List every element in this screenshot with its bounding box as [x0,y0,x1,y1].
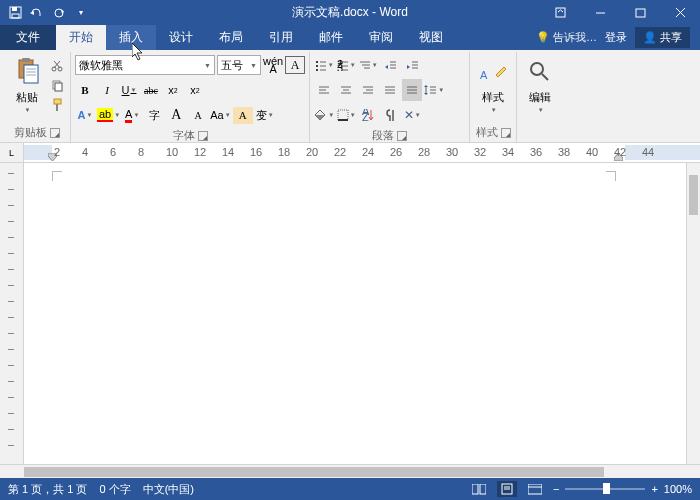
page-indicator[interactable]: 第 1 页，共 1 页 [8,482,87,497]
styles-dialog-launcher[interactable] [501,128,511,138]
sort-button[interactable]: AZ [358,104,378,126]
styles-icon: A [478,56,508,88]
phonetic-guide-button[interactable]: wénA [263,54,283,76]
document-area [0,163,700,464]
tab-references[interactable]: 引用 [256,25,306,50]
group-editing: 编辑 ▼ [517,52,563,142]
read-mode-button[interactable] [469,481,489,497]
share-button[interactable]: 👤共享 [635,27,690,48]
save-button[interactable] [5,3,25,23]
enclose-char-button[interactable]: 字 [144,104,164,126]
zoom-in-button[interactable]: + [651,483,657,495]
find-button[interactable]: 编辑 ▼ [521,54,559,115]
char-border-button[interactable]: A [285,56,305,74]
show-marks-button[interactable] [380,104,400,126]
ribbon-tabs: 文件 开始 插入 设计 布局 引用 邮件 审阅 视图 💡告诉我… 登录 👤共享 [0,25,700,50]
zoom-slider[interactable] [565,488,645,490]
zoom-level[interactable]: 100% [664,483,692,495]
align-center-button[interactable] [336,79,356,101]
qat-customize[interactable]: ▾ [71,3,91,23]
clear-format-button[interactable]: A [233,107,253,124]
font-dialog-launcher[interactable] [198,131,208,141]
horizontal-ruler[interactable]: 2468101214161820222426283032343638404244 [24,143,700,162]
borders-button[interactable]: ▼ [336,104,356,126]
align-right-button[interactable] [358,79,378,101]
asian-layout-button[interactable]: ✕▼ [402,104,422,126]
increase-indent-button[interactable] [402,54,422,76]
strikethrough-button[interactable]: abc [141,79,161,101]
vertical-ruler[interactable] [0,163,24,464]
redo-button[interactable] [49,3,69,23]
decrease-indent-button[interactable] [380,54,400,76]
web-layout-button[interactable] [525,481,545,497]
shrink-font-button[interactable]: A [188,104,208,126]
login-link[interactable]: 登录 [605,30,627,45]
bulb-icon: 💡 [536,31,550,44]
shading-button[interactable]: ▼ [314,104,334,126]
window-controls [540,0,700,25]
chevron-down-icon: ▼ [538,107,544,113]
quick-access-toolbar: ▾ [0,3,91,23]
underline-button[interactable]: U▼ [119,79,139,101]
group-font: 微软雅黑▼ 五号▼ wénA A B I U▼ abc x2 x2 A▼ ab▼… [71,52,310,142]
scroll-thumb[interactable] [24,467,604,477]
page[interactable] [24,163,686,464]
font-size-combo[interactable]: 五号▼ [217,55,261,75]
grow-font-button[interactable]: A [166,104,186,126]
tab-file[interactable]: 文件 [0,25,56,50]
italic-button[interactable]: I [97,79,117,101]
horizontal-scrollbar[interactable] [0,464,700,478]
vertical-scrollbar[interactable] [686,163,700,464]
superscript-button[interactable]: x2 [185,79,205,101]
title-bar: ▾ 演示文稿.docx - Word [0,0,700,25]
cut-button[interactable] [48,56,66,74]
search-icon [525,56,555,88]
highlight-button[interactable]: ab▼ [97,104,120,126]
minimize-button[interactable] [580,0,620,25]
undo-button[interactable] [27,3,47,23]
ribbon-options-button[interactable] [540,0,580,25]
font-color-button[interactable]: A▼ [122,104,142,126]
svg-line-69 [542,74,548,80]
group-styles: A 样式 ▼ 样式 [470,52,517,142]
text-effects-button[interactable]: A▼ [75,104,95,126]
tab-mail[interactable]: 邮件 [306,25,356,50]
close-button[interactable] [660,0,700,25]
clipboard-dialog-launcher[interactable] [50,128,60,138]
bullets-button[interactable]: ▼ [314,54,334,76]
bold-button[interactable]: B [75,79,95,101]
styles-button[interactable]: A 样式 ▼ [474,54,512,115]
margin-corner-tl [52,171,62,181]
maximize-button[interactable] [620,0,660,25]
svg-rect-4 [556,8,565,17]
multilevel-list-button[interactable]: ▼ [358,54,378,76]
line-spacing-button[interactable]: ▼ [424,79,444,101]
svg-point-27 [316,69,318,71]
word-count[interactable]: 0 个字 [99,482,130,497]
tell-me[interactable]: 💡告诉我… [536,30,597,45]
align-left-button[interactable] [314,79,334,101]
print-layout-button[interactable] [497,481,517,497]
zoom-out-button[interactable]: − [553,483,559,495]
numbering-button[interactable]: 123▼ [336,54,356,76]
char-shading-button[interactable]: 变▼ [255,104,275,126]
subscript-button[interactable]: x2 [163,79,183,101]
tab-home[interactable]: 开始 [56,25,106,50]
copy-button[interactable] [48,76,66,94]
distribute-button[interactable] [402,79,422,101]
tab-design[interactable]: 设计 [156,25,206,50]
zoom-thumb[interactable] [603,483,610,494]
paragraph-dialog-launcher[interactable] [397,131,407,141]
scroll-thumb[interactable] [689,175,698,215]
svg-rect-70 [472,484,478,494]
tab-insert[interactable]: 插入 [106,25,156,50]
justify-button[interactable] [380,79,400,101]
tab-selector[interactable]: L [0,143,24,162]
tab-layout[interactable]: 布局 [206,25,256,50]
tab-view[interactable]: 视图 [406,25,456,50]
tab-review[interactable]: 审阅 [356,25,406,50]
change-case-button[interactable]: Aa▼ [210,104,230,126]
format-painter-button[interactable] [48,96,66,114]
language-indicator[interactable]: 中文(中国) [143,482,194,497]
paste-button[interactable]: 粘贴 ▼ [8,54,46,115]
